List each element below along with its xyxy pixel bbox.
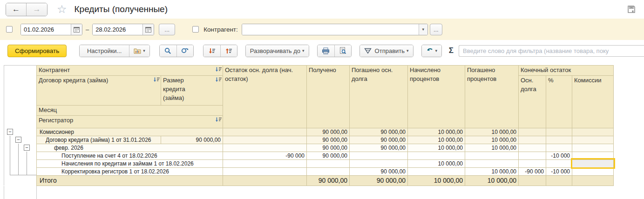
cell-osn-dolga[interactable] bbox=[519, 175, 546, 186]
cell-pogasheno-osn[interactable]: 90 000,00 bbox=[350, 136, 408, 144]
sort-icon[interactable] bbox=[215, 67, 222, 72]
date-to-input[interactable] bbox=[93, 24, 142, 35]
cell-polucheno[interactable] bbox=[307, 167, 350, 175]
cell-pogasheno-osn[interactable]: 90 000,00 bbox=[350, 128, 408, 136]
header-ostatok[interactable]: Остаток осн. долга (нач. остаток) bbox=[223, 66, 307, 128]
cell-ostatok[interactable] bbox=[223, 144, 307, 152]
cell-polucheno[interactable]: 90 000,00 bbox=[307, 136, 350, 144]
header-kontragent[interactable]: Контрагент bbox=[37, 66, 223, 76]
counterparty-more-button[interactable]: ... bbox=[430, 24, 442, 35]
cell-komissii[interactable] bbox=[572, 167, 614, 175]
cell-pogasheno-proc[interactable]: 10 000,00 bbox=[465, 136, 519, 144]
detail-cell[interactable]: Поступление на счет 4 от 18.02.2026 bbox=[37, 152, 223, 159]
collapse-node-button[interactable]: − bbox=[24, 145, 30, 151]
cell-pct[interactable] bbox=[546, 128, 572, 136]
detail-cell[interactable]: Начисления по кредитам и займам 1 от 18.… bbox=[37, 159, 223, 167]
collapse-node-button[interactable]: − bbox=[7, 129, 13, 135]
collapse-node-button[interactable]: − bbox=[15, 137, 21, 143]
cell-pogasheno-osn[interactable]: 90 000,00 bbox=[350, 144, 408, 152]
cell-pogasheno-osn[interactable]: 90 000,00 bbox=[350, 175, 408, 186]
cell-osn-dolga[interactable] bbox=[519, 136, 546, 144]
cell-komissii[interactable] bbox=[572, 152, 614, 159]
cell-pct[interactable]: -10 000 bbox=[546, 167, 572, 175]
cell-pogasheno-proc[interactable]: 10 000,00 bbox=[465, 128, 519, 136]
cell-ostatok[interactable] bbox=[223, 136, 307, 144]
cell-ostatok[interactable]: -90 000 bbox=[223, 152, 307, 159]
header-pogasheno-proc[interactable]: Погашено процентов bbox=[465, 66, 519, 128]
sort-icon[interactable] bbox=[153, 77, 160, 82]
cell-nachisleno[interactable]: 10 000,00 bbox=[408, 159, 465, 167]
counterparty-input[interactable] bbox=[242, 24, 419, 35]
change-composition-button[interactable]: ▾ bbox=[422, 45, 442, 57]
cell-nachisleno[interactable]: 10 000,00 bbox=[408, 128, 465, 136]
cell-pogasheno-proc[interactable]: 10 000,00 bbox=[465, 175, 519, 186]
cell-pogasheno-proc[interactable]: 10 000,00 bbox=[465, 144, 519, 152]
detail-cell[interactable]: Корректировка регистров 1 от 18.02.2026 bbox=[37, 167, 223, 175]
sort-icon[interactable] bbox=[215, 77, 222, 82]
header-registrator[interactable]: Регистратор bbox=[37, 115, 223, 128]
cell-pogasheno-osn[interactable] bbox=[350, 152, 408, 159]
cell-ostatok[interactable] bbox=[223, 128, 307, 136]
save-icon[interactable] bbox=[626, 4, 637, 14]
generate-button[interactable]: Сформировать bbox=[7, 45, 67, 57]
cell-nachisleno[interactable] bbox=[408, 152, 465, 159]
cell-ostatok[interactable] bbox=[223, 159, 307, 167]
date-from-input[interactable] bbox=[21, 24, 71, 35]
cell-pct[interactable]: -10 000 bbox=[546, 152, 572, 159]
cell-osn-dolga[interactable] bbox=[519, 128, 546, 136]
send-button[interactable]: Отправить ▾ bbox=[360, 45, 413, 57]
header-pogasheno-osn[interactable]: Погашено осн. долга bbox=[350, 66, 408, 128]
cell-komissii[interactable] bbox=[572, 128, 614, 136]
cell-nachisleno[interactable]: 10 000,00 bbox=[408, 136, 465, 144]
selected-cell-komissii[interactable] bbox=[572, 159, 614, 167]
sum-sigma-icon[interactable]: Σ bbox=[449, 46, 454, 55]
expand-to-button[interactable]: Разворачивать до ▾ bbox=[246, 45, 309, 57]
settings-button[interactable]: Настройки... bbox=[80, 45, 129, 57]
cell-komissii[interactable] bbox=[572, 136, 614, 144]
group-cell[interactable]: Договор кредита (займа) 1 от 31.01.2026 bbox=[37, 136, 161, 144]
print-button[interactable] bbox=[318, 45, 334, 57]
total-label-cell[interactable]: Итого bbox=[37, 175, 223, 186]
cell-pct[interactable] bbox=[546, 144, 572, 152]
calendar-icon[interactable] bbox=[142, 24, 154, 35]
cell-osn-dolga[interactable]: -90 000 bbox=[519, 167, 546, 175]
cell-pogasheno-proc[interactable]: 10 000,00 bbox=[465, 167, 519, 175]
cell-pct[interactable] bbox=[546, 175, 572, 186]
cell-ostatok[interactable] bbox=[223, 167, 307, 175]
header-razmer[interactable]: Размер кредита (займа) bbox=[161, 75, 223, 105]
group-cell[interactable]: Комиссионер bbox=[37, 128, 223, 136]
forward-button[interactable]: → bbox=[27, 3, 47, 16]
counterparty-checkbox[interactable] bbox=[192, 26, 199, 33]
header-polucheno[interactable]: Получено bbox=[307, 66, 350, 128]
cell-pct[interactable] bbox=[546, 136, 572, 144]
cell-osn-dolga[interactable] bbox=[519, 144, 546, 152]
sort-icon[interactable] bbox=[215, 117, 222, 122]
calendar-icon[interactable] bbox=[71, 24, 82, 35]
report-variants-button[interactable]: ▾ bbox=[129, 45, 149, 57]
search-next-button[interactable] bbox=[176, 45, 193, 57]
cell-nachisleno[interactable]: 10 000,00 bbox=[408, 144, 465, 152]
header-konechny[interactable]: Конечный остаток bbox=[519, 66, 614, 76]
cell-osn-dolga[interactable] bbox=[519, 152, 546, 159]
search-button[interactable] bbox=[160, 45, 176, 57]
header-osn-dolga[interactable]: Осн. долга bbox=[519, 75, 546, 128]
header-dogovor[interactable]: Договор кредита (займа) bbox=[37, 75, 161, 105]
quick-filter-input[interactable] bbox=[459, 45, 644, 57]
cell-polucheno[interactable]: 90 000,00 bbox=[307, 152, 350, 159]
cell-pogasheno-proc[interactable] bbox=[465, 159, 519, 167]
header-nachisleno[interactable]: Начислено процентов bbox=[408, 66, 465, 128]
cell-nachisleno[interactable]: 10 000,00 bbox=[408, 175, 465, 186]
cell-razmer[interactable]: 90 000,00 bbox=[161, 136, 223, 144]
cell-osn-dolga[interactable] bbox=[519, 159, 546, 167]
cell-nachisleno[interactable] bbox=[408, 167, 465, 175]
period-more-button[interactable]: ... bbox=[159, 24, 175, 35]
expand-groups-button[interactable] bbox=[203, 45, 220, 57]
header-komissii[interactable]: Комиссии bbox=[572, 75, 614, 128]
cell-pogasheno-proc[interactable] bbox=[465, 152, 519, 159]
group-cell[interactable]: февр. 2026 bbox=[37, 144, 223, 152]
cell-polucheno[interactable]: 90 000,00 bbox=[307, 144, 350, 152]
cell-pct[interactable] bbox=[546, 159, 572, 167]
cell-polucheno[interactable] bbox=[307, 159, 350, 167]
cell-komissii[interactable] bbox=[572, 144, 614, 152]
print-preview-button[interactable] bbox=[334, 45, 351, 57]
